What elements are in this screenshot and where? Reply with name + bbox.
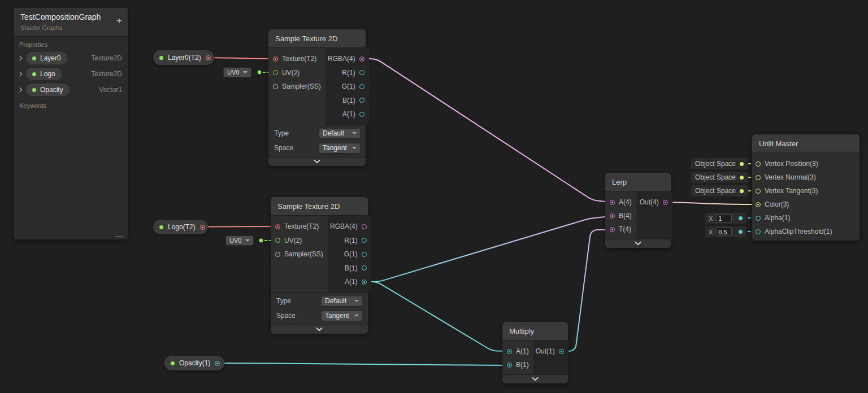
property-name: Opacity (40, 86, 63, 94)
type-dropdown[interactable]: Default (322, 296, 362, 306)
port-label: B(4) (619, 212, 632, 220)
port-label: Sampler(SS) (284, 250, 323, 258)
chevron-down-icon (245, 239, 250, 242)
node-multiply[interactable]: Multiply A(1) B(1) Out(1) (502, 322, 568, 383)
edge-logo-to-sample2-texture[interactable] (198, 226, 278, 227)
alpha-default-input[interactable] (716, 214, 732, 222)
node-unlit-master[interactable]: Unlit Master Vertex Position(3) Vertex N… (752, 134, 860, 241)
chevron-right-icon[interactable] (18, 88, 22, 92)
node-sample-texture-1[interactable]: Sample Texture 2D Texture(T2) UV(2) Samp… (268, 29, 366, 166)
space-value: Tangent (323, 144, 347, 152)
vertex-position-space-pill[interactable]: Object Space (691, 158, 748, 169)
edge-lerp-out-to-master-color[interactable] (664, 202, 756, 204)
collapse-preview-button[interactable] (502, 374, 568, 383)
type-dropdown[interactable]: Default (319, 129, 360, 138)
type-value: Default (325, 297, 346, 305)
chevron-down-icon (352, 147, 357, 149)
edge-layer0-to-sample1-texture[interactable] (204, 58, 276, 59)
property-row-layer0[interactable]: Layer0 Texture2D (14, 50, 128, 66)
alphaclip-default-input[interactable] (716, 228, 732, 236)
vertex-tangent-space-pill[interactable]: Object Space (691, 185, 748, 197)
collapse-preview-button[interactable] (605, 239, 671, 248)
port-label: A(1) (345, 278, 358, 286)
property-pill-logo[interactable]: Logo (26, 68, 62, 80)
port-label: R(1) (342, 69, 355, 77)
space-dropdown[interactable]: Tangent (322, 311, 362, 321)
keywords-section-label: Keywords (14, 98, 128, 111)
port-label: Alpha(1) (765, 214, 790, 222)
output-port-out[interactable] (559, 349, 564, 354)
node-lerp[interactable]: Lerp A(4) B(4) T(4) Out(4) (605, 173, 671, 248)
input-port-texture[interactable] (275, 224, 280, 229)
node-opacity[interactable]: Opacity(1) (164, 356, 224, 370)
output-row-g: G(1) (328, 247, 371, 261)
input-port-b[interactable] (507, 363, 512, 368)
uv-channel-dropdown[interactable]: UV0 (226, 236, 253, 245)
output-port-layer0[interactable] (206, 55, 211, 60)
input-port-t[interactable] (610, 227, 615, 232)
chevron-right-icon[interactable] (18, 56, 22, 60)
chevron-right-icon[interactable] (18, 72, 22, 76)
input-row-texture: Texture(T2) (268, 52, 326, 66)
blackboard[interactable]: TestCompositionGraph Shader Graphs + Pro… (14, 8, 128, 239)
chevron-down-icon (354, 315, 359, 317)
input-port-a[interactable] (610, 200, 615, 205)
port-label: UV(2) (282, 69, 300, 77)
property-pill-layer0[interactable]: Layer0 (26, 52, 67, 64)
node-layer0[interactable]: Layer0(T2) (153, 50, 214, 65)
output-port-b[interactable] (362, 265, 367, 270)
input-port-uv[interactable] (273, 70, 278, 75)
input-port-color[interactable] (756, 202, 761, 207)
input-row-uv: UV(2) (271, 234, 328, 248)
input-port-alpha[interactable] (756, 216, 761, 221)
input-port-sampler[interactable] (275, 252, 280, 257)
input-port-b[interactable] (610, 213, 615, 219)
output-port-b[interactable] (359, 98, 364, 103)
output-port-g[interactable] (362, 252, 367, 257)
output-port-r[interactable] (359, 70, 364, 75)
input-port-vertex-position[interactable] (756, 161, 761, 167)
output-port-r[interactable] (362, 238, 367, 243)
port-label: Vertex Tangent(3) (765, 187, 818, 195)
property-pill-opacity[interactable]: Opacity (26, 84, 70, 96)
graph-subtitle: Shader Graphs (20, 24, 121, 31)
output-port-out[interactable] (663, 200, 668, 205)
node-sample-texture-2[interactable]: Sample Texture 2D Texture(T2) UV(2) Samp… (271, 197, 368, 334)
graph-canvas[interactable]: TestCompositionGraph Shader Graphs + Pro… (0, 0, 868, 393)
input-row-sampler: Sampler(SS) (271, 247, 328, 261)
output-port-opacity[interactable] (215, 361, 220, 366)
blackboard-resize-handle[interactable] (115, 236, 123, 237)
input-port-vertex-normal[interactable] (756, 175, 761, 180)
port-label: B(1) (342, 97, 355, 104)
input-port-uv[interactable] (275, 238, 280, 243)
add-property-button[interactable]: + (116, 16, 122, 25)
collapse-preview-button[interactable] (271, 325, 368, 334)
port-label: Color(3) (765, 200, 789, 208)
input-port-alphaclip[interactable] (756, 229, 761, 234)
uv-channel-dropdown[interactable]: UV0 (224, 68, 251, 77)
input-port-texture[interactable] (273, 56, 278, 62)
input-port-vertex-tangent[interactable] (756, 189, 761, 194)
edge-sample2-a-to-lerp-b[interactable] (361, 216, 610, 282)
collapse-preview-button[interactable] (268, 157, 366, 166)
input-port-sampler[interactable] (273, 84, 278, 89)
property-row-opacity[interactable]: Opacity Vector1 (14, 82, 128, 98)
vertex-normal-space-pill[interactable]: Object Space (691, 172, 748, 183)
edge-sample2-a-to-multiply-a[interactable] (361, 282, 507, 351)
output-port-rgba[interactable] (362, 224, 367, 229)
edge-opacity-to-multiply-b[interactable] (214, 363, 507, 365)
output-port-a[interactable] (359, 112, 364, 117)
edge-sample1-rgba-to-lerp-a[interactable] (359, 59, 610, 202)
input-port-a[interactable] (507, 349, 512, 354)
port-label: RGBA(4) (328, 55, 355, 63)
input-row-vertex-position: Vertex Position(3) (752, 157, 860, 171)
node-logo[interactable]: Logo(T2) (153, 220, 208, 234)
property-row-logo[interactable]: Logo Texture2D (14, 66, 128, 82)
input-row-b: B(1) (502, 358, 533, 372)
space-dropdown[interactable]: Tangent (319, 143, 360, 153)
output-port-g[interactable] (359, 84, 364, 89)
output-port-logo[interactable] (200, 225, 205, 230)
output-row-r: R(1) (328, 234, 371, 248)
output-port-rgba[interactable] (359, 56, 364, 62)
output-port-a[interactable] (362, 280, 367, 285)
